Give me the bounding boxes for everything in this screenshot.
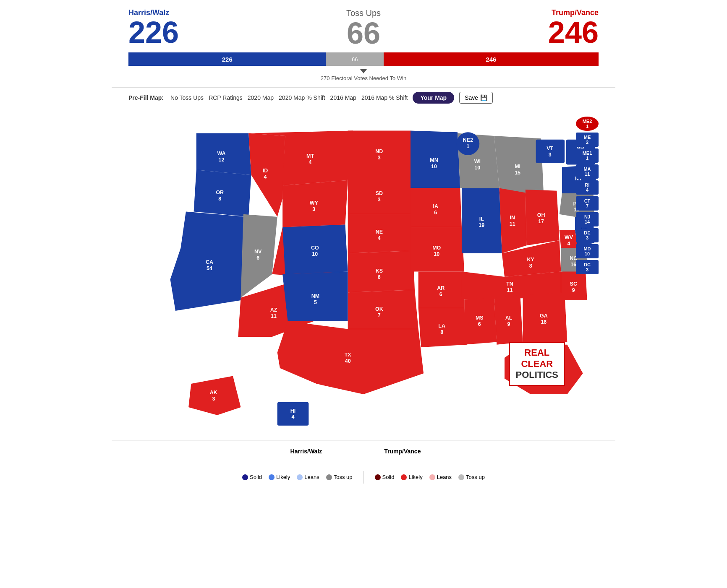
map-2016-link[interactable]: 2016 Map (330, 94, 356, 101)
legend-trump-leans: Leans (429, 474, 452, 480)
legend-harris-leans: Leans (297, 474, 319, 480)
map-2020-link[interactable]: 2020 Map (248, 94, 274, 101)
state-OR[interactable] (194, 170, 251, 217)
state-NV[interactable] (241, 214, 277, 298)
state-IA[interactable] (411, 188, 462, 227)
state-GA[interactable] (523, 292, 567, 344)
state-ND[interactable] (348, 131, 411, 173)
map-2016-shift-link[interactable]: 2016 Map % Shift (361, 94, 408, 101)
state-AK[interactable] (188, 376, 241, 415)
electoral-note: 270 Electoral Votes Needed To Win (112, 75, 615, 81)
legend: Harris/Walz Trump/Vance Solid Likely Lea… (112, 440, 615, 490)
rcp-line3: POLITICS (516, 369, 558, 380)
bar-red: 246 (384, 52, 599, 66)
prefill-bar: Pre-Fill Map: No Toss Ups RCP Ratings 20… (112, 87, 615, 108)
bar-triangle-area (112, 68, 615, 75)
harris-score: 226 (128, 17, 179, 47)
legend-divider-mid (338, 451, 371, 451)
prefill-label: Pre-Fill Map: (128, 94, 164, 101)
state-MO[interactable] (411, 227, 464, 272)
bar-gray: 66 (326, 52, 383, 66)
sidebar-state-CT[interactable]: CT7 (576, 196, 599, 211)
sidebar-state-DC[interactable]: DC3 (576, 260, 599, 274)
legend-trump-likely: Likely (401, 474, 422, 480)
page-container: Harris/Walz 226 Toss Ups 66 Trump/Vance … (112, 0, 615, 490)
state-ID[interactable] (248, 133, 285, 217)
legend-divider-left (244, 451, 278, 451)
harris-legend-title: Harris/Walz (290, 448, 322, 455)
progress-bar: 226 66 246 (128, 52, 599, 66)
sidebar-state-ME[interactable]: ME2 (576, 133, 599, 147)
sidebar-state-MD[interactable]: MD10 (576, 244, 599, 258)
state-IL[interactable] (462, 188, 502, 253)
state-CO[interactable] (282, 225, 348, 274)
sidebar-state-NJ[interactable]: NJ14 (576, 212, 599, 226)
sidebar-state-RI[interactable]: RI4 (576, 180, 599, 195)
save-icon: 💾 (480, 94, 487, 101)
state-NE2[interactable] (457, 132, 480, 155)
toss-section: Toss Ups 66 (346, 8, 381, 48)
sidebar-state-MA[interactable]: MA11 (576, 164, 599, 179)
legend-divider-right (437, 451, 470, 451)
trump-score: 246 (548, 17, 599, 47)
header: Harris/Walz 226 Toss Ups 66 Trump/Vance … (112, 0, 615, 52)
sidebar-state-ME1[interactable]: ME11 (576, 148, 599, 163)
state-NE[interactable] (348, 214, 413, 253)
state-VT[interactable] (536, 140, 565, 163)
legend-row: Solid Likely Leans Toss up Solid Likely … (242, 471, 485, 484)
state-SD[interactable] (348, 172, 411, 214)
state-AR[interactable] (418, 272, 465, 308)
legend-trump-solid: Solid (375, 474, 395, 480)
state-HI[interactable] (277, 402, 309, 426)
rcp-line2: CLEAR (521, 359, 553, 369)
state-KS[interactable] (348, 251, 415, 293)
trump-legend-title: Trump/Vance (384, 448, 421, 455)
state-WV[interactable] (560, 230, 578, 248)
legend-harris-likely: Likely (269, 474, 290, 480)
state-CA[interactable] (170, 211, 246, 310)
trump-section: Trump/Vance 246 (548, 8, 599, 47)
rcp-watermark: REAL CLEAR POLITICS (509, 342, 565, 385)
state-LA[interactable] (418, 308, 467, 347)
rcp-ratings-link[interactable]: RCP Ratings (209, 94, 243, 101)
state-OK[interactable] (348, 290, 418, 329)
right-sidebar: ME21 ME2 ME11 MA11 RI4 CT7 NJ14 DE3 MD10… (576, 117, 599, 274)
legend-harris-tossup: Toss up (326, 474, 353, 480)
bar-blue: 226 (128, 52, 326, 66)
toss-score: 66 (346, 18, 381, 48)
state-TX[interactable] (277, 321, 424, 394)
state-MN[interactable] (411, 131, 460, 188)
sidebar-state-ME2[interactable]: ME21 (576, 117, 599, 131)
state-AL[interactable] (494, 295, 523, 345)
electoral-map: WA 12 OR 8 CA 54 NV 6 ID (128, 112, 599, 436)
no-toss-ups-link[interactable]: No Toss Ups (170, 94, 204, 101)
save-button[interactable]: Save 💾 (459, 92, 493, 104)
sidebar-state-DE[interactable]: DE3 (576, 228, 599, 242)
map-area: WA 12 OR 8 CA 54 NV 6 ID (112, 108, 615, 440)
state-WY[interactable] (282, 180, 348, 227)
state-NM[interactable] (282, 272, 348, 321)
legend-trump-tossup: Toss up (458, 474, 485, 480)
legend-harris-solid: Solid (242, 474, 262, 480)
triangle-icon (360, 69, 367, 73)
map-2020-shift-link[interactable]: 2020 Map % Shift (279, 94, 325, 101)
legend-vert-divider (364, 471, 364, 484)
your-map-button[interactable]: Your Map (413, 92, 454, 104)
state-WA[interactable] (196, 133, 251, 175)
save-label: Save (465, 94, 478, 101)
state-OH[interactable] (526, 190, 560, 245)
state-IN[interactable] (499, 188, 527, 253)
map-container: WA 12 OR 8 CA 54 NV 6 ID (128, 112, 599, 436)
state-MS[interactable] (464, 298, 497, 345)
harris-section: Harris/Walz 226 (128, 8, 179, 47)
rcp-line1: REAL (524, 347, 549, 358)
